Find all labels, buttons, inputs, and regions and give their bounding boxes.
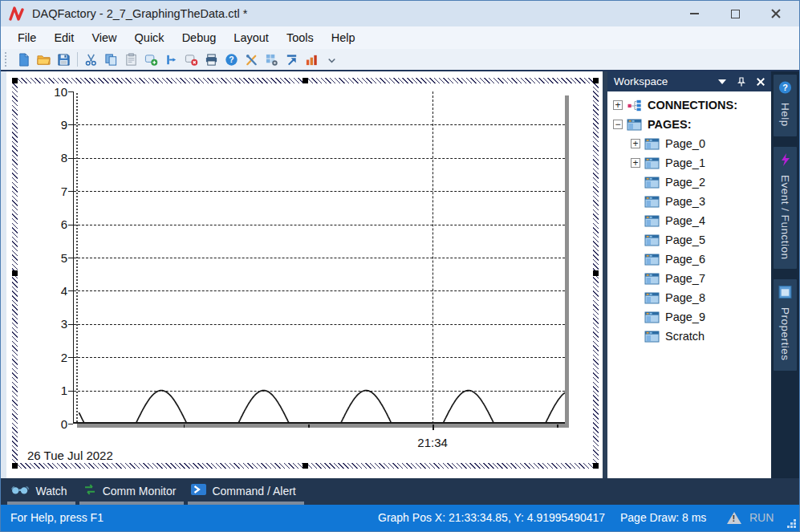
y-axis-label: 8	[39, 151, 67, 164]
resize-grip[interactable]	[786, 518, 797, 529]
cut-icon	[84, 53, 98, 67]
tab-watch[interactable]: Watch	[7, 481, 75, 505]
page-icon	[644, 215, 660, 227]
minimize-button[interactable]	[688, 8, 700, 19]
bottom-dock-tabs: WatchComm MonitorCommand / Alert	[1, 478, 799, 505]
y-axis-tick	[68, 225, 73, 225]
tree-item-page7[interactable]: Page_7	[607, 269, 771, 288]
summary-chart-button[interactable]	[302, 50, 322, 69]
selection-handle[interactable]	[593, 463, 599, 469]
tree-item-connections[interactable]: +CONNECTIONS:	[607, 95, 771, 115]
titlebar: DAQFactory - 2_7_GraphingTheData.ctl *	[1, 1, 799, 26]
new-file-button[interactable]	[14, 50, 34, 69]
tree-item-page1[interactable]: +Page_1	[607, 153, 771, 173]
y-gridline	[74, 324, 565, 325]
tab-command-alert[interactable]: Command / Alert	[188, 481, 303, 505]
menu-item-view[interactable]: View	[83, 29, 125, 47]
maximize-button[interactable]	[729, 8, 741, 19]
delete-page-button[interactable]	[181, 50, 201, 69]
tools-button[interactable]	[242, 50, 262, 69]
y-axis-label: 6	[39, 217, 67, 231]
x-axis-minor-tick	[308, 424, 310, 428]
workspace-menu-chevron-icon[interactable]	[718, 79, 726, 84]
y-axis-tick	[68, 391, 73, 392]
page-icon	[627, 119, 642, 131]
menu-item-edit[interactable]: Edit	[45, 29, 83, 47]
menu-item-quick[interactable]: Quick	[126, 29, 173, 47]
delete-page-icon	[185, 53, 198, 67]
tree-item-page5[interactable]: Page_5	[607, 230, 771, 250]
tree-item-page2[interactable]: Page_2	[607, 173, 771, 192]
open-folder-button[interactable]	[34, 50, 54, 69]
x-axis-minor-tick	[184, 424, 185, 428]
paste-button[interactable]	[121, 50, 141, 69]
help-circle-icon: ?	[778, 80, 792, 97]
svg-text:?: ?	[782, 83, 788, 92]
save-button[interactable]	[54, 50, 74, 69]
expand-toggle-icon[interactable]: +	[631, 139, 640, 148]
y-gridline	[74, 290, 565, 291]
add-page-icon	[144, 53, 158, 67]
tree-item-label: Page_4	[665, 214, 705, 227]
workspace-pin-icon[interactable]	[737, 77, 746, 87]
window-title: DAQFactory - 2_7_GraphingTheData.ctl *	[32, 7, 247, 20]
expand-toggle-icon[interactable]: +	[631, 158, 640, 168]
more-toolbar-options-button[interactable]	[322, 50, 342, 69]
y-axis-label: 5	[39, 251, 67, 265]
command-prompt-icon	[191, 484, 206, 497]
tree-item-label: CONNECTIONS:	[648, 99, 737, 112]
copy-icon	[104, 53, 118, 67]
insert-connector-button[interactable]	[161, 50, 181, 69]
tab-properties[interactable]: Properties	[774, 279, 797, 371]
page-icon	[644, 177, 660, 189]
selection-handle[interactable]	[12, 463, 18, 469]
help-button[interactable]: ?	[221, 50, 242, 69]
copy-button[interactable]	[101, 50, 121, 69]
y-axis-label: 4	[39, 284, 67, 298]
cut-button[interactable]	[81, 50, 101, 69]
selection-handle[interactable]	[303, 78, 308, 83]
goto-arrow-button[interactable]	[282, 50, 302, 69]
y-gridline	[74, 124, 565, 125]
add-page-button[interactable]	[141, 50, 161, 69]
tab-label: Comm Monitor	[103, 485, 177, 497]
tree-item-pages[interactable]: −PAGES:	[607, 115, 771, 134]
menu-item-help[interactable]: Help	[323, 29, 364, 47]
menu-item-layout[interactable]: Layout	[225, 29, 278, 47]
y-axis-label: 10	[39, 85, 67, 99]
y-axis-tick	[68, 258, 73, 258]
tree-item-page6[interactable]: Page_6	[607, 250, 771, 269]
tree-item-page0[interactable]: +Page_0	[607, 134, 771, 153]
tab-label: Event / Function	[779, 175, 791, 260]
menu-item-file[interactable]: File	[9, 29, 45, 47]
y-axis-tick	[68, 91, 73, 92]
tree-item-scratch[interactable]: Scratch	[607, 327, 771, 346]
toolbar-grip[interactable]	[5, 52, 10, 67]
menu-item-debug[interactable]: Debug	[173, 29, 225, 47]
workspace-close-icon[interactable]	[757, 78, 765, 86]
tree-item-page9[interactable]: Page_9	[607, 307, 771, 327]
page-design-surface[interactable]: 21:34 26 Tue Jul 2022 012345678910	[6, 71, 603, 478]
tab-help[interactable]: ?Help	[774, 75, 797, 136]
tree-item-page3[interactable]: Page_3	[607, 192, 771, 211]
selection-handle[interactable]	[303, 463, 308, 469]
page-icon	[644, 254, 660, 266]
selection-handle[interactable]	[12, 270, 18, 276]
selection-handle[interactable]	[593, 78, 599, 83]
tab-label: Properties	[779, 307, 791, 361]
menu-item-tools[interactable]: Tools	[278, 29, 323, 47]
tree-item-label: Page_5	[665, 234, 705, 246]
tree-item-label: Page_6	[665, 253, 705, 266]
expand-toggle-icon[interactable]: +	[613, 100, 623, 110]
tree-item-page8[interactable]: Page_8	[607, 288, 771, 307]
tab-comm-monitor[interactable]: Comm Monitor	[79, 481, 185, 505]
print-button[interactable]	[201, 50, 221, 69]
tree-item-page4[interactable]: Page_4	[607, 211, 771, 230]
grid-settings-button[interactable]	[262, 50, 282, 69]
tab-event-function[interactable]: Event / Function	[774, 147, 797, 270]
goto-arrow-icon	[285, 53, 298, 67]
close-button[interactable]	[770, 8, 782, 19]
expand-toggle-icon[interactable]: −	[613, 120, 623, 129]
selection-handle[interactable]	[593, 270, 599, 276]
selection-handle[interactable]	[12, 78, 18, 83]
